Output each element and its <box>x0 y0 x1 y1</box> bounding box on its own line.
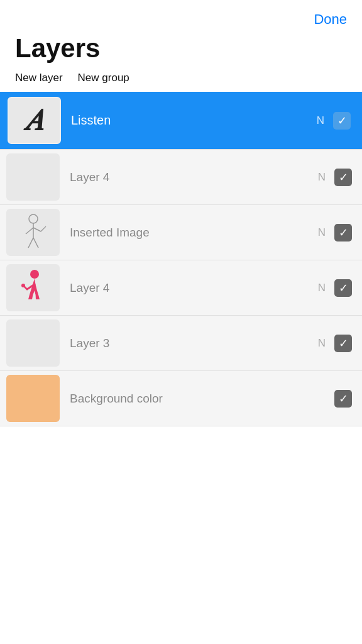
empty-thumb <box>6 319 60 367</box>
layer-name: Layer 4 <box>70 281 109 295</box>
layer-info: Layer 4 <box>60 281 318 295</box>
checkmark-icon: ✓ <box>339 227 348 238</box>
layer-visibility-checkbox[interactable]: ✓ <box>334 169 352 186</box>
new-group-button[interactable]: New group <box>78 72 129 84</box>
thumb-text-icon: 𝐴 <box>25 103 43 138</box>
checkmark-icon: ✓ <box>339 282 348 294</box>
pink-figure-icon <box>12 267 55 309</box>
new-layer-button[interactable]: New layer <box>15 72 63 84</box>
layer-info: Background color <box>60 392 326 406</box>
layer-name: Inserted Image <box>70 226 150 240</box>
checkmark-icon: ✓ <box>339 393 348 404</box>
list-bottom-divider <box>0 426 362 426</box>
layer-row[interactable]: Inserted Image N ✓ <box>0 204 362 260</box>
layer-row[interactable]: Layer 4 N ✓ <box>0 149 362 204</box>
layer-visibility-checkbox[interactable]: ✓ <box>333 112 351 130</box>
layer-right: N ✓ <box>318 335 352 352</box>
layer-visibility-checkbox[interactable]: ✓ <box>334 224 352 242</box>
layer-name: Background color <box>70 392 163 406</box>
layer-info: Lissten <box>61 113 317 128</box>
svg-line-6 <box>28 238 33 248</box>
sketch-figure-icon <box>12 211 55 254</box>
layer-visibility-checkbox[interactable]: ✓ <box>334 390 352 408</box>
layer-visibility-checkbox[interactable]: ✓ <box>334 279 352 297</box>
checkmark-icon: ✓ <box>337 115 347 126</box>
layer-info: Layer 3 <box>60 336 318 350</box>
header: Done <box>0 0 362 28</box>
layer-thumbnail <box>6 264 60 311</box>
svg-line-5 <box>43 226 46 229</box>
layer-visibility-checkbox[interactable]: ✓ <box>334 335 352 352</box>
blend-mode-label: N <box>318 282 326 294</box>
svg-point-0 <box>29 214 38 223</box>
layers-list: 𝐴 Lissten N ✓ Layer 4 N ✓ <box>0 92 362 426</box>
toolbar: New layer New group <box>0 68 362 92</box>
layer-thumbnail <box>6 319 60 367</box>
layer-name: Layer 4 <box>70 170 109 184</box>
layer-thumbnail <box>6 153 60 201</box>
checkmark-icon: ✓ <box>339 338 348 349</box>
layer-name: Layer 3 <box>70 336 109 350</box>
blend-mode-label: N <box>318 337 326 350</box>
layer-row[interactable]: 𝐴 Lissten N ✓ <box>0 92 362 149</box>
layer-right: ✓ <box>326 390 352 408</box>
layer-row[interactable]: Layer 4 N ✓ <box>0 260 362 315</box>
svg-point-8 <box>30 270 39 279</box>
layer-right: N ✓ <box>317 112 351 130</box>
color-swatch <box>6 375 60 422</box>
blend-mode-label: N <box>318 226 326 239</box>
layer-row[interactable]: Background color ✓ <box>0 370 362 426</box>
layer-thumbnail <box>6 375 60 422</box>
title-area: Layers <box>0 28 362 68</box>
svg-point-11 <box>21 284 25 287</box>
layer-name: Lissten <box>71 113 111 128</box>
svg-line-10 <box>25 287 27 289</box>
checkmark-icon: ✓ <box>339 172 348 183</box>
layer-right: N ✓ <box>318 279 352 297</box>
svg-line-7 <box>33 238 38 248</box>
done-button[interactable]: Done <box>314 11 347 28</box>
blend-mode-label: N <box>317 114 324 127</box>
svg-line-4 <box>41 229 43 231</box>
layer-thumbnail: 𝐴 <box>8 97 61 144</box>
layer-thumbnail <box>6 209 60 256</box>
empty-thumb <box>6 153 60 201</box>
blend-mode-label: N <box>318 171 326 184</box>
svg-line-3 <box>33 228 41 231</box>
layer-info: Layer 4 <box>60 170 318 184</box>
layer-right: N ✓ <box>318 224 352 242</box>
layer-info: Inserted Image <box>60 226 318 240</box>
layer-row[interactable]: Layer 3 N ✓ <box>0 315 362 370</box>
layer-right: N ✓ <box>318 169 352 186</box>
svg-line-2 <box>26 228 33 234</box>
page-title: Layers <box>15 34 347 63</box>
